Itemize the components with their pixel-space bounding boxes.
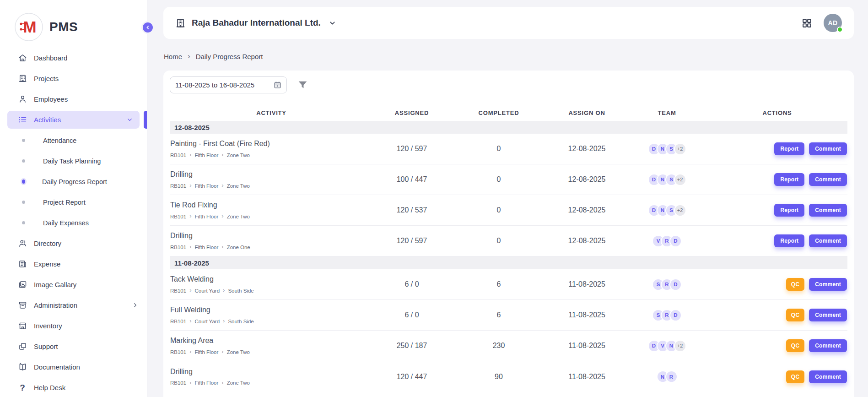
date-range-input[interactable]: 11-08-2025 to 16-08-2025 bbox=[170, 76, 287, 93]
report-button[interactable]: Report bbox=[774, 204, 804, 217]
chevron-down-icon bbox=[329, 19, 336, 27]
actions-cell: ReportComment bbox=[707, 142, 847, 155]
completed-value: 90 bbox=[451, 373, 547, 381]
completed-value: 6 bbox=[451, 311, 547, 319]
sidebar-item-label: Inventory bbox=[34, 322, 139, 330]
sidebar-item-expense[interactable]: Expense bbox=[0, 254, 147, 274]
activity-title: Tie Rod Fixing bbox=[170, 201, 373, 209]
sidebar-item-label: Activities bbox=[34, 116, 120, 124]
report-button[interactable]: Report bbox=[774, 173, 804, 186]
path-separator-icon: › bbox=[221, 380, 223, 386]
sidebar-item-image-gallary[interactable]: Image Gallary bbox=[0, 274, 147, 295]
sidebar-item-support[interactable]: Support bbox=[0, 336, 147, 357]
path-separator-icon: › bbox=[223, 318, 225, 324]
report-button[interactable]: Report bbox=[774, 142, 804, 155]
qc-button[interactable]: QC bbox=[786, 278, 804, 291]
breadcrumb-home-link[interactable]: Home bbox=[164, 53, 182, 60]
qc-button[interactable]: QC bbox=[786, 370, 804, 383]
team-overflow-badge[interactable]: +2 bbox=[674, 174, 686, 186]
table-row: Painting - First Coat (Fire Red)RB101›Fi… bbox=[170, 134, 847, 164]
activity-title: Drilling bbox=[170, 232, 373, 240]
sidebar-item-administration[interactable]: Administration bbox=[0, 295, 147, 315]
company-selector[interactable]: Raja Bahadur International Ltd. bbox=[175, 18, 336, 28]
comment-button[interactable]: Comment bbox=[809, 339, 847, 352]
team-cell: SRD bbox=[627, 278, 707, 291]
comment-button[interactable]: Comment bbox=[809, 234, 847, 247]
sidebar-item-help-desk[interactable]: ?Help Desk bbox=[0, 377, 147, 397]
sidebar-subitem-attendance[interactable]: Attendance bbox=[0, 130, 147, 151]
qc-button[interactable]: QC bbox=[786, 309, 804, 321]
comment-button[interactable]: Comment bbox=[809, 142, 847, 155]
activity-path: RB101›Fifth Floor›Zone Two bbox=[170, 349, 373, 355]
comment-button[interactable]: Comment bbox=[809, 204, 847, 217]
sidebar-item-label: Employees bbox=[34, 95, 139, 103]
sidebar-subitem-project-report[interactable]: Project Report bbox=[0, 192, 147, 212]
team-avatar[interactable]: D bbox=[669, 235, 682, 247]
column-header-activity: ACTIVITY bbox=[170, 109, 373, 116]
team-cell: DVN+2 bbox=[627, 340, 707, 352]
sidebar-subitem-daily-task-planning[interactable]: Daily Task Planning bbox=[0, 151, 147, 171]
comment-button[interactable]: Comment bbox=[809, 278, 847, 291]
path-segment: Zone Two bbox=[227, 380, 250, 386]
assign-on-date: 12-08-2025 bbox=[547, 145, 627, 153]
sidebar-item-inventory[interactable]: Inventory bbox=[0, 315, 147, 336]
column-header-team: TEAM bbox=[627, 109, 707, 116]
comment-button[interactable]: Comment bbox=[809, 309, 847, 321]
sidebar-subitem-daily-expenses[interactable]: Daily Expenses bbox=[0, 212, 147, 233]
table-row: Tie Rod FixingRB101›Fifth Floor›Zone Two… bbox=[170, 195, 847, 226]
team-overflow-badge[interactable]: +2 bbox=[674, 340, 686, 352]
activity-title: Marking Area bbox=[170, 337, 373, 345]
sidebar-item-label: Expense bbox=[34, 260, 139, 268]
sidebar-item-label: Directory bbox=[34, 239, 139, 247]
assign-on-date: 12-08-2025 bbox=[547, 175, 627, 184]
assign-on-date: 12-08-2025 bbox=[547, 237, 627, 245]
sidebar-subitem-label: Attendance bbox=[43, 137, 76, 144]
sidebar-subitem-daily-progress-report[interactable]: Daily Progress Report bbox=[0, 171, 147, 192]
path-segment: Zone Two bbox=[227, 183, 250, 189]
team-avatar[interactable]: D bbox=[669, 309, 682, 321]
report-button[interactable]: Report bbox=[774, 234, 804, 247]
sidebar-item-documentation[interactable]: Documentation bbox=[0, 357, 147, 377]
sidebar-item-projects[interactable]: Projects bbox=[0, 68, 147, 89]
team-avatar[interactable]: R bbox=[665, 370, 678, 383]
documentation-icon bbox=[18, 362, 27, 372]
comment-button[interactable]: Comment bbox=[809, 173, 847, 186]
team-overflow-badge[interactable]: +2 bbox=[674, 143, 686, 155]
sidebar-item-dashboard[interactable]: Dashboard bbox=[0, 48, 147, 68]
actions-cell: QCComment bbox=[707, 339, 847, 352]
path-separator-icon: › bbox=[189, 213, 191, 219]
report-card: 11-08-2025 to 16-08-2025 ACTIVI bbox=[163, 71, 854, 397]
activity-cell: Full WeldingRB101›Court Yard›South Side bbox=[170, 306, 373, 324]
directory-icon bbox=[18, 239, 27, 248]
bullet-icon bbox=[22, 221, 25, 224]
breadcrumb-separator-icon: › bbox=[188, 52, 190, 60]
assigned-value: 250 / 187 bbox=[373, 342, 451, 350]
activity-title: Drilling bbox=[170, 368, 373, 376]
main-area: Raja Bahadur International Ltd. AD bbox=[147, 0, 868, 397]
path-segment: RB101 bbox=[170, 380, 186, 386]
path-separator-icon: › bbox=[189, 152, 191, 158]
path-segment: Fifth Floor bbox=[195, 380, 219, 386]
path-segment: Fifth Floor bbox=[195, 349, 219, 355]
team-avatar[interactable]: D bbox=[669, 278, 682, 291]
sidebar-collapse-button[interactable] bbox=[141, 21, 154, 34]
logo-m-icon: M bbox=[15, 13, 43, 41]
activity-cell: DrillingRB101›Fifth Floor›Zone Two bbox=[170, 170, 373, 189]
path-segment: Fifth Floor bbox=[195, 245, 219, 250]
sidebar-item-employees[interactable]: Employees bbox=[0, 89, 147, 109]
assigned-value: 120 / 597 bbox=[373, 145, 451, 153]
funnel-icon bbox=[297, 79, 308, 91]
qc-button[interactable]: QC bbox=[786, 339, 804, 352]
sidebar-subitem-label: Daily Expenses bbox=[43, 219, 89, 227]
filter-button[interactable] bbox=[297, 79, 308, 91]
comment-button[interactable]: Comment bbox=[809, 370, 847, 383]
sidebar: M PMS DashboardProjectsEmployeesActiviti… bbox=[0, 0, 147, 397]
sidebar-item-activities[interactable]: Activities bbox=[0, 109, 147, 130]
activity-cell: Painting - First Coat (Fire Red)RB101›Fi… bbox=[170, 140, 373, 158]
user-avatar[interactable]: AD bbox=[824, 14, 842, 32]
activity-path: RB101›Court Yard›South Side bbox=[170, 318, 373, 324]
sidebar-active-pill: Activities bbox=[7, 111, 140, 129]
apps-grid-button[interactable] bbox=[801, 17, 813, 29]
team-overflow-badge[interactable]: +2 bbox=[674, 204, 686, 217]
sidebar-item-directory[interactable]: Directory bbox=[0, 233, 147, 254]
